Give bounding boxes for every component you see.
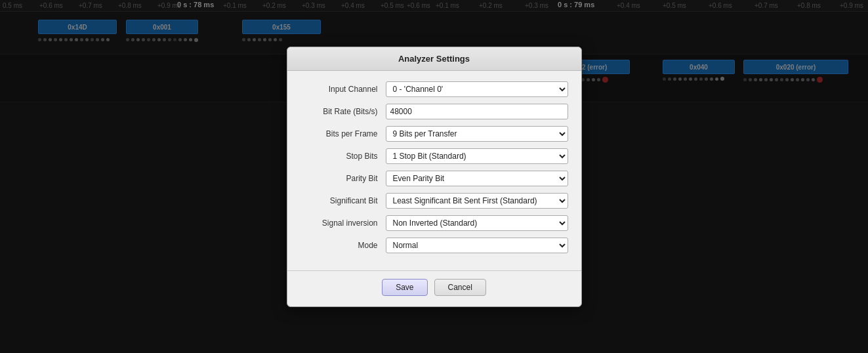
modal-title: Analyzer Settings: [287, 47, 581, 71]
signal-inversion-label: Signal inversion: [300, 218, 386, 228]
input-channel-label: Input Channel: [300, 85, 386, 94]
analyzer-settings-modal: Analyzer Settings Input Channel 0 - 'Cha…: [287, 47, 582, 307]
input-channel-row: Input Channel 0 - 'Channel 0' 1 - 'Chann…: [300, 81, 568, 97]
stop-bits-label: Stop Bits: [300, 152, 386, 161]
save-button[interactable]: Save: [382, 279, 427, 296]
cancel-button[interactable]: Cancel: [434, 279, 486, 296]
modal-overlay: Analyzer Settings Input Channel 0 - 'Cha…: [0, 0, 868, 353]
stop-bits-row: Stop Bits 1 Stop Bit (Standard) 2 Stop B…: [300, 148, 568, 164]
significant-bit-row: Significant Bit Least Significant Bit Se…: [300, 193, 568, 209]
signal-inversion-row: Signal inversion Non Inverted (Standard)…: [300, 215, 568, 231]
bit-rate-input[interactable]: [386, 104, 568, 119]
parity-bit-select[interactable]: No Parity Bit Odd Parity Bit Even Parity…: [386, 171, 568, 186]
mode-select[interactable]: Normal MDB DMX: [386, 238, 568, 253]
bits-per-frame-row: Bits per Frame 7 Bits per Transfer 8 Bit…: [300, 126, 568, 142]
significant-bit-select[interactable]: Least Significant Bit Sent First (Standa…: [386, 193, 568, 209]
parity-bit-row: Parity Bit No Parity Bit Odd Parity Bit …: [300, 171, 568, 186]
significant-bit-label: Significant Bit: [300, 196, 386, 205]
bits-per-frame-label: Bits per Frame: [300, 129, 386, 138]
bit-rate-label: Bit Rate (Bits/s): [300, 107, 386, 116]
stop-bits-select[interactable]: 1 Stop Bit (Standard) 2 Stop Bits: [386, 148, 568, 164]
bit-rate-row: Bit Rate (Bits/s): [300, 104, 568, 119]
modal-body: Input Channel 0 - 'Channel 0' 1 - 'Chann…: [287, 71, 581, 270]
modal-footer: Save Cancel: [287, 270, 581, 306]
parity-bit-label: Parity Bit: [300, 174, 386, 183]
bits-per-frame-select[interactable]: 7 Bits per Transfer 8 Bits per Transfer …: [386, 126, 568, 142]
input-channel-select[interactable]: 0 - 'Channel 0' 1 - 'Channel 1' 2 - 'Cha…: [386, 81, 568, 97]
signal-inversion-select[interactable]: Non Inverted (Standard) Inverted: [386, 215, 568, 231]
mode-row: Mode Normal MDB DMX: [300, 238, 568, 253]
mode-label: Mode: [300, 241, 386, 250]
